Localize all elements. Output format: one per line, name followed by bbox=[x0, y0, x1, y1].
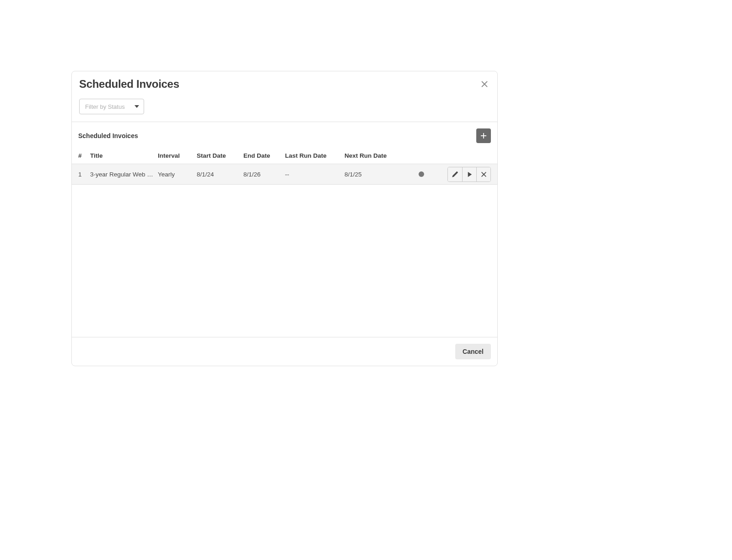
cell-next-run: 8/1/25 bbox=[344, 171, 409, 178]
col-header-last-run: Last Run Date bbox=[285, 152, 344, 159]
section-title: Scheduled Invoices bbox=[78, 132, 138, 139]
cell-end-date: 8/1/26 bbox=[243, 171, 285, 178]
edit-button[interactable] bbox=[448, 167, 462, 181]
cell-title: 3-year Regular Web H… bbox=[90, 171, 158, 178]
plus-icon bbox=[480, 132, 487, 139]
play-icon bbox=[466, 171, 473, 178]
pencil-icon bbox=[452, 171, 458, 178]
add-invoice-button[interactable] bbox=[476, 128, 491, 143]
col-header-num: # bbox=[78, 152, 90, 159]
col-header-next-run: Next Run Date bbox=[344, 152, 409, 159]
close-button[interactable] bbox=[479, 79, 490, 90]
cell-actions bbox=[434, 167, 491, 182]
row-action-group bbox=[447, 167, 491, 182]
cell-num: 1 bbox=[78, 171, 90, 178]
cell-last-run: -- bbox=[285, 171, 344, 178]
content-area: Scheduled Invoices # Title Interval Star… bbox=[72, 122, 497, 337]
col-header-end-date: End Date bbox=[243, 152, 285, 159]
cancel-button[interactable]: Cancel bbox=[455, 344, 491, 359]
filter-by-status-select[interactable]: Filter by Status bbox=[79, 99, 144, 114]
scheduled-invoices-modal: Scheduled Invoices Filter by Status Sche… bbox=[71, 71, 498, 366]
filter-row: Filter by Status bbox=[79, 99, 490, 114]
section-header: Scheduled Invoices bbox=[72, 122, 497, 148]
cell-status bbox=[409, 171, 434, 177]
table-header-row: # Title Interval Start Date End Date Las… bbox=[72, 148, 497, 164]
delete-button[interactable] bbox=[476, 167, 490, 181]
run-button[interactable] bbox=[462, 167, 476, 181]
filter-placeholder-text: Filter by Status bbox=[85, 103, 125, 110]
col-header-interval: Interval bbox=[158, 152, 197, 159]
col-header-start-date: Start Date bbox=[197, 152, 243, 159]
modal-title: Scheduled Invoices bbox=[79, 78, 490, 91]
table-row: 1 3-year Regular Web H… Yearly 8/1/24 8/… bbox=[72, 164, 497, 185]
caret-down-icon bbox=[135, 105, 139, 108]
close-icon bbox=[481, 80, 488, 88]
modal-header: Scheduled Invoices Filter by Status bbox=[72, 71, 497, 122]
close-icon bbox=[481, 171, 487, 177]
modal-footer: Cancel bbox=[72, 337, 497, 366]
cell-start-date: 8/1/24 bbox=[197, 171, 243, 178]
col-header-actions bbox=[434, 152, 491, 159]
status-dot-icon bbox=[419, 171, 424, 177]
col-header-title: Title bbox=[90, 152, 158, 159]
col-header-status bbox=[409, 152, 434, 159]
invoices-table: # Title Interval Start Date End Date Las… bbox=[72, 148, 497, 185]
cell-interval: Yearly bbox=[158, 171, 197, 178]
